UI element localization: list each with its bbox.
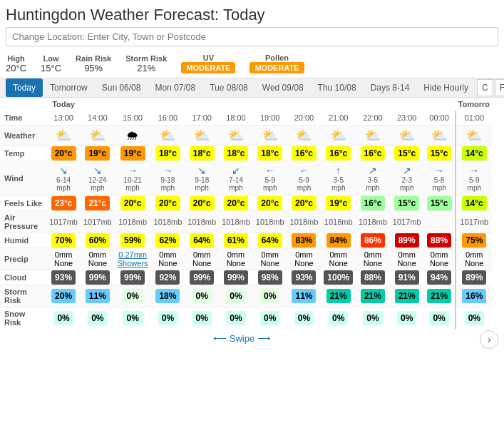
data-cell: 16°c — [356, 146, 390, 161]
data-cell: 23°c — [46, 196, 81, 211]
data-cell: 0mmNone — [424, 248, 456, 270]
tab-hide-hourly[interactable]: Hide Hourly — [416, 78, 475, 97]
low-label: Low — [41, 54, 61, 63]
data-cell: 89% — [390, 233, 424, 248]
location-input[interactable] — [6, 27, 498, 46]
rain-summary: Rain Risk 95% — [76, 54, 111, 73]
time-cell: 22:00 — [356, 111, 390, 126]
data-cell: 1018mb — [151, 211, 185, 233]
feels-cell: 20°c — [257, 196, 282, 210]
data-cell: ↗2-3mph — [390, 161, 424, 196]
data-cell: 0mmNone — [81, 248, 115, 270]
data-cell: 0% — [46, 307, 81, 330]
data-cell: 21% — [390, 285, 424, 307]
low-value: 15°C — [41, 63, 61, 73]
data-cell: 19°c — [115, 146, 151, 161]
snow-cell: 0% — [53, 311, 73, 325]
cloud-cell: 93% — [292, 270, 316, 285]
time-cell: 16:00 — [151, 111, 185, 126]
data-cell: ⛅ — [151, 126, 185, 146]
feels-cell: 14°c — [462, 196, 487, 210]
tab-tue[interactable]: Tue 08/08 — [202, 78, 255, 97]
data-cell: 0% — [424, 307, 456, 330]
cloud-cell: 99% — [120, 270, 145, 285]
data-cell: 75% — [456, 233, 493, 248]
tab-fahrenheit[interactable]: F — [495, 79, 504, 96]
temp-cell: 15°c — [394, 146, 419, 160]
time-cell: 01:00 — [456, 111, 493, 126]
time-label: Time — [0, 111, 46, 126]
row-label: Weather — [0, 126, 46, 146]
tab-thu[interactable]: Thu 10/08 — [311, 78, 364, 97]
humid-cell: 64% — [190, 233, 214, 248]
tabs-bar: Today Tomorrow Sun 06/08 Mon 07/08 Tue 0… — [0, 78, 504, 98]
storm-cell: 11% — [86, 289, 110, 303]
data-cell: 1017mb — [46, 211, 81, 233]
cloud-cell: 88% — [361, 270, 385, 285]
data-cell: →5-9mph — [456, 161, 493, 196]
pollen-label: Pollen — [250, 54, 304, 62]
data-cell: 19°c — [81, 146, 115, 161]
rain-value: 95% — [76, 63, 111, 73]
data-cell: 86% — [356, 233, 390, 248]
table-row: Weather⛅⛅🌧⛅⛅⛅⛅⛅⛅⛅⛅⛅⛅ — [0, 126, 493, 146]
humid-cell: 89% — [395, 233, 419, 248]
data-cell: 94% — [424, 270, 456, 285]
data-cell: 83% — [287, 233, 322, 248]
time-cell: 19:00 — [253, 111, 287, 126]
row-label: Precip — [0, 248, 46, 270]
cloud-cell: 98% — [258, 270, 282, 285]
time-cell: 20:00 — [287, 111, 322, 126]
data-cell: 14°c — [456, 196, 493, 211]
high-label: High — [6, 54, 26, 63]
data-cell: 20°c — [253, 196, 287, 211]
snow-cell: 0% — [397, 311, 416, 325]
data-cell: 0mmNone — [151, 248, 185, 270]
row-label: Air Pressure — [0, 211, 46, 233]
data-cell: 0% — [219, 285, 253, 307]
data-cell: 0% — [115, 285, 151, 307]
storm-cell: 0% — [123, 289, 142, 303]
temp-cell: 14°c — [462, 146, 487, 160]
humid-cell: 75% — [462, 233, 486, 248]
data-cell: 1018mb — [356, 211, 390, 233]
temp-cell: 19°c — [85, 146, 110, 160]
forecast-scroll[interactable]: Today Tomorro Time13:0014:0015:0016:0017… — [0, 98, 504, 329]
data-cell: 0% — [390, 307, 424, 330]
data-cell: 16% — [456, 285, 493, 307]
data-cell: ⛅ — [424, 126, 456, 146]
snow-cell: 0% — [260, 311, 279, 325]
table-row: Air Pressure1017mb1017mb1018mb1018mb1018… — [0, 211, 493, 233]
storm-value: 21% — [125, 63, 167, 73]
tab-days[interactable]: Days 8-14 — [364, 78, 417, 97]
location-bar[interactable] — [6, 27, 498, 46]
forecast-table: Today Tomorro Time13:0014:0015:0016:0017… — [0, 98, 493, 329]
data-cell: 99% — [115, 270, 151, 285]
time-row: Time13:0014:0015:0016:0017:0018:0019:002… — [0, 111, 493, 126]
tab-mon[interactable]: Mon 07/08 — [148, 78, 202, 97]
data-cell: 0% — [287, 307, 322, 330]
temp-cell: 16°c — [326, 146, 351, 160]
tab-today[interactable]: Today — [6, 78, 43, 97]
data-cell: 61% — [219, 233, 253, 248]
data-cell: 1017mb — [390, 211, 424, 233]
tab-tomorrow[interactable]: Tomorrow — [43, 78, 95, 97]
table-row: Feels Like23°c21°c20°c20°c20°c20°c20°c20… — [0, 196, 493, 211]
tab-sun[interactable]: Sun 06/08 — [95, 78, 148, 97]
feels-cell: 20°c — [155, 196, 180, 210]
tab-celsius[interactable]: C — [477, 79, 493, 96]
cloud-cell: 99% — [190, 270, 214, 285]
temp-cell: 15°c — [427, 146, 452, 160]
data-cell: ⛅ — [46, 126, 81, 146]
data-cell: 20°c — [46, 146, 81, 161]
tab-wed[interactable]: Wed 09/08 — [255, 78, 311, 97]
next-button[interactable]: › — [480, 330, 498, 349]
row-label: Cloud — [0, 270, 46, 285]
humid-cell: 61% — [224, 233, 248, 248]
temp-cell: 18°c — [190, 146, 215, 160]
data-cell: 62% — [151, 233, 185, 248]
high-value: 20°C — [6, 63, 26, 73]
temp-cell: 19°c — [120, 146, 145, 160]
storm-cell: 20% — [51, 289, 76, 303]
data-cell: 0mmNone — [390, 248, 424, 270]
